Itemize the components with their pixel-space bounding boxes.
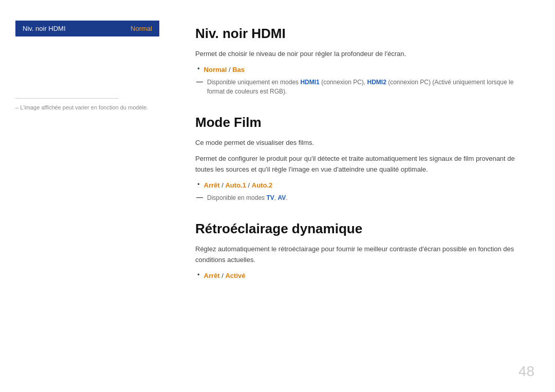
bullet-text-niv-noir: Normal / Bas [204, 65, 245, 75]
menu-item-niv-noir-hdmi[interactable]: Niv. noir HDMI Normal [15, 21, 159, 36]
section-title-niv-noir-hdmi: Niv. noir HDMI [195, 26, 524, 42]
section-desc-niv-noir-hdmi: Permet de choisir le niveau de noir pour… [195, 49, 524, 60]
page-number: 48 [519, 363, 534, 380]
separator-film-2: / [246, 181, 252, 189]
section-desc-retroeclairage: Réglez automatiquement le rétroéclairage… [195, 244, 524, 266]
bullet-options-retroeclairage: • Arrêt / Activé [197, 271, 524, 281]
bullet-dot-retro: • [197, 271, 200, 278]
bullet-text-retroeclairage: Arrêt / Activé [204, 271, 246, 281]
menu-item-label: Niv. noir HDMI [23, 25, 66, 32]
note-dash: — [196, 78, 203, 85]
sidebar: Niv. noir HDMI Normal – L'image affichée… [0, 0, 175, 392]
menu-item-value: Normal [131, 25, 152, 32]
highlight-hdmi2: HDMI2 [367, 79, 386, 86]
section-desc-mode-film-1: Ce mode permet de visualiser des films. [195, 138, 524, 148]
sidebar-divider [15, 98, 118, 99]
option-auto2: Auto.2 [252, 181, 272, 189]
bullet-text-mode-film: Arrêt / Auto.1 / Auto.2 [204, 180, 273, 191]
bullet-options-niv-noir: • Normal / Bas [197, 65, 524, 75]
note-dash-film: — [196, 193, 203, 201]
option-active: Activé [225, 272, 245, 279]
section-mode-film: Mode Film Ce mode permet de visualiser d… [195, 115, 524, 202]
page-container: Niv. noir HDMI Normal – L'image affichée… [0, 0, 555, 392]
highlight-tv: TV [266, 194, 274, 201]
option-normal: Normal [204, 66, 227, 73]
highlight-hdmi1: HDMI1 [300, 79, 319, 86]
separator-retro: / [220, 272, 226, 279]
section-retroeclairage: Rétroéclairage dynamique Réglez automati… [195, 221, 524, 281]
separator: / [227, 66, 232, 73]
note-mode-film: — Disponible en modes TV, AV. [196, 193, 524, 202]
option-bas: Bas [232, 66, 245, 73]
note-text-hdmi: Disponible uniquement en modes HDMI1 (co… [207, 78, 524, 96]
section-title-mode-film: Mode Film [195, 115, 524, 130]
separator-film-1: / [220, 181, 226, 189]
bullet-dot: • [197, 65, 200, 72]
sidebar-note: – L'image affichée peut varier en foncti… [15, 104, 159, 111]
bullet-options-mode-film: • Arrêt / Auto.1 / Auto.2 [197, 180, 524, 191]
main-content: Niv. noir HDMI Permet de choisir le nive… [175, 0, 555, 392]
option-auto1: Auto.1 [225, 181, 246, 189]
option-arret-retro: Arrêt [204, 272, 220, 279]
section-niv-noir-hdmi: Niv. noir HDMI Permet de choisir le nive… [195, 26, 524, 96]
note-text-mode-film: Disponible en modes TV, AV. [207, 193, 288, 202]
highlight-av: AV [278, 194, 286, 201]
option-arret-film: Arrêt [204, 181, 220, 189]
section-desc-mode-film-2: Permet de configurer le produit pour qu'… [195, 154, 524, 175]
note-hdmi: — Disponible uniquement en modes HDMI1 (… [196, 78, 524, 96]
bullet-dot-film: • [197, 180, 200, 188]
section-title-retroeclairage: Rétroéclairage dynamique [195, 221, 524, 237]
